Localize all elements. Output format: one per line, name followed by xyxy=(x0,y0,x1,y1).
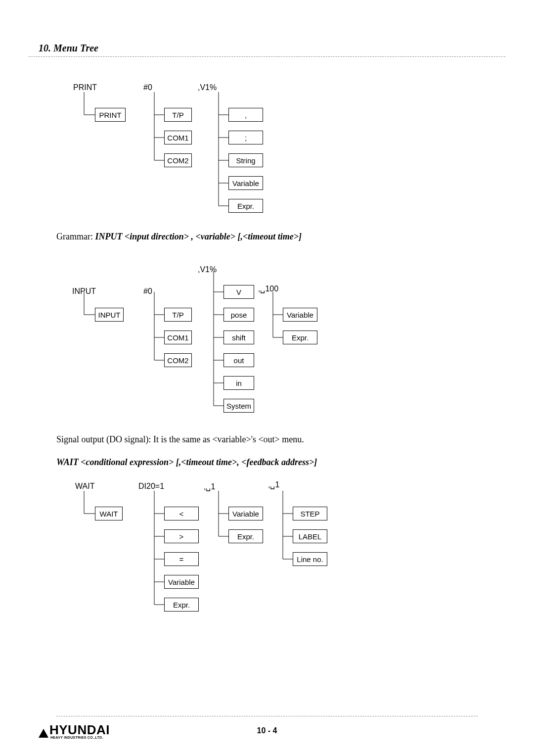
input-variable: Variable xyxy=(283,308,317,322)
wait-col4-header: ,␣1 xyxy=(268,480,279,489)
page-header: 10. Menu Tree xyxy=(39,43,98,54)
logo-subtext: HEAVY INDUSTRIES CO.,LTD. xyxy=(50,736,110,739)
input-tp: T/P xyxy=(164,308,192,322)
page-number: 10 - 4 xyxy=(0,726,534,735)
input-shift: shift xyxy=(223,331,254,344)
print-col3-header: ,V1% xyxy=(198,83,217,92)
wait-col2-header: DI20=1 xyxy=(138,482,164,491)
wait-root-label: WAIT xyxy=(75,482,94,491)
print-com1: COM1 xyxy=(164,131,192,144)
wait-tree-lines xyxy=(69,478,346,621)
print-comma: , xyxy=(228,108,263,122)
signal-output-text: Signal output (DO signal): It is the sam… xyxy=(56,434,304,445)
input-col3-header: ,V1% xyxy=(198,265,217,274)
input-v: V xyxy=(223,285,254,299)
print-expr: Expr. xyxy=(228,199,263,213)
grammar-wait: WAIT <conditional expression> [,<timeout… xyxy=(56,457,317,468)
print-com2: COM2 xyxy=(164,153,192,167)
print-root-label: PRINT xyxy=(73,83,97,92)
wait-lt: < xyxy=(164,507,199,520)
wait-expr: Expr. xyxy=(164,598,199,612)
input-in: in xyxy=(223,376,254,390)
header-rule xyxy=(29,56,505,57)
print-root-box: PRINT xyxy=(95,108,126,122)
wait-root-box: WAIT xyxy=(95,507,123,520)
wait-label: LABEL xyxy=(293,529,327,543)
wait-eq: = xyxy=(164,552,199,566)
grammar-prefix: Grammar: xyxy=(56,232,95,241)
input-out: out xyxy=(223,353,254,367)
wait-step: STEP xyxy=(293,507,327,520)
input-root-label: INPUT xyxy=(72,287,96,296)
wait-timeout-expr: Expr. xyxy=(228,529,263,543)
print-semicolon: ; xyxy=(228,131,263,144)
print-variable: Variable xyxy=(228,176,263,190)
grammar-wait-body: WAIT <conditional expression> [,<timeout… xyxy=(56,457,317,467)
print-tp: T/P xyxy=(164,108,192,122)
wait-col3-header: ,␣1 xyxy=(204,482,215,491)
wait-variable: Variable xyxy=(164,575,199,589)
wait-lineno: Line no. xyxy=(293,552,327,566)
input-root-box: INPUT xyxy=(95,308,124,322)
wait-gt: > xyxy=(164,529,199,543)
grammar-input-body: INPUT <input direction> , <variable> [,<… xyxy=(95,232,302,241)
wait-timeout-variable: Variable xyxy=(228,507,263,520)
input-tree-lines xyxy=(69,264,346,427)
print-string: String xyxy=(228,153,263,167)
input-expr: Expr. xyxy=(283,331,317,344)
input-com2: COM2 xyxy=(164,353,192,367)
input-pose: pose xyxy=(223,308,254,322)
footer-rule xyxy=(56,716,478,716)
input-col2-header: #0 xyxy=(143,287,152,296)
input-com1: COM1 xyxy=(164,331,192,344)
input-col4-header: ,␣100 xyxy=(258,284,278,293)
print-col2-header: #0 xyxy=(143,83,152,92)
grammar-input: Grammar: INPUT <input direction> , <vari… xyxy=(56,232,302,242)
input-system: System xyxy=(223,399,254,413)
